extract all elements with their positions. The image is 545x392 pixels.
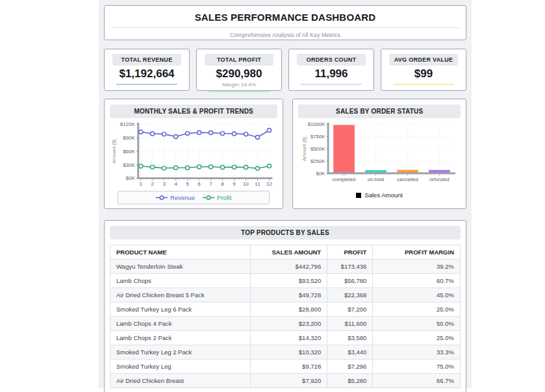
svg-text:8: 8 — [221, 181, 224, 187]
revenue-data-point[interactable] — [267, 129, 271, 132]
product-name-cell: Lamb Chops 4 Pack — [110, 317, 251, 331]
top-products-table-card: TOP PRODUCTS BY SALES PRODUCT NAMESALES … — [104, 220, 466, 392]
svg-text:$90K: $90K — [123, 135, 135, 141]
profit-data-point[interactable] — [174, 165, 178, 169]
profit-data-point[interactable] — [197, 165, 201, 169]
svg-text:11: 11 — [255, 181, 260, 187]
table-row: Smoked Turkey Leg 6 Pack$28,800$7,20025.… — [110, 302, 461, 317]
table-row: Lamb Chops 4 Pack$23,200$11,60050.0% — [110, 317, 461, 331]
svg-text:2: 2 — [151, 181, 153, 187]
column-header: SALES AMOUNT — [250, 245, 327, 260]
profit-data-point[interactable] — [255, 166, 259, 170]
kpi-value: $99 — [387, 68, 461, 80]
table-title: TOP PRODUCTS BY SALES — [110, 226, 461, 239]
profit-data-point[interactable] — [209, 165, 212, 169]
kpi-card-total-profit: TOTAL PROFIT $290,980 Margin: 24.4% — [196, 49, 282, 91]
product-name-cell: Smoked Turkey Leg — [110, 360, 251, 374]
profit-data-point[interactable] — [186, 165, 190, 169]
svg-text:5: 5 — [186, 181, 189, 187]
profit-data-point[interactable] — [151, 165, 155, 169]
profit-data-point[interactable] — [232, 165, 236, 169]
kpi-note: Margin: 24.4% — [202, 82, 276, 88]
svg-text:$750K: $750K — [311, 134, 325, 140]
table-row: Air Dried Chicken Breast 5 Pack$49,728$2… — [110, 288, 461, 302]
table-row: Lamb Chops$93,520$56,78060.7% — [110, 274, 461, 288]
value-cell: 75.0% — [373, 360, 461, 374]
svg-text:4: 4 — [174, 181, 177, 187]
kpi-accent-line — [116, 84, 177, 85]
svg-text:completed: completed — [333, 177, 355, 182]
legend-label: Profit — [217, 194, 231, 201]
line-chart-card: MONTHLY SALES & PROFIT TRENDS $0K$30K$60… — [104, 99, 283, 209]
revenue-data-point[interactable] — [162, 132, 166, 136]
svg-text:10: 10 — [243, 181, 249, 187]
legend-item-revenue[interactable]: Revenue — [156, 194, 195, 201]
profit-data-point[interactable] — [139, 164, 143, 168]
product-name-cell: Air Dried Chicken Breast 5 Pack — [110, 288, 251, 302]
value-cell: $3,440 — [327, 345, 373, 360]
monthly-trends-line-chart[interactable]: $0K$30K$60K$90K$120K123456789101112Amoun… — [110, 121, 277, 190]
revenue-data-point[interactable] — [151, 132, 155, 136]
value-cell: $7,920 — [250, 374, 327, 388]
kpi-value: 11,996 — [294, 68, 368, 80]
kpi-card-orders-count: ORDERS COUNT 11,996 — [288, 49, 374, 91]
bar-legend-label: Sales Amount — [364, 191, 403, 199]
svg-text:9: 9 — [233, 181, 235, 187]
revenue-data-point[interactable] — [186, 132, 190, 136]
value-cell: $14,320 — [250, 331, 327, 345]
kpi-accent-line — [301, 84, 362, 85]
revenue-data-point[interactable] — [220, 132, 224, 136]
svg-text:$500K: $500K — [311, 146, 325, 152]
value-cell: $10,320 — [250, 345, 327, 360]
profit-data-point[interactable] — [244, 165, 247, 169]
revenue-data-point[interactable] — [232, 132, 236, 136]
product-name-cell: Smoked Turkey Leg 6 Pack — [110, 302, 251, 317]
profit-data-point[interactable] — [220, 165, 224, 169]
table-row: Air Dried Chicken Breast$7,920$5,28066.7… — [110, 374, 461, 388]
legend-swatch-icon — [356, 193, 361, 198]
charts-row: MONTHLY SALES & PROFIT TRENDS $0K$30K$60… — [104, 99, 466, 209]
value-cell: $173,436 — [327, 260, 373, 274]
product-name-cell: Smoked Turkey Leg 2 Pack — [110, 345, 251, 360]
column-header: PRODUCT NAME — [110, 245, 251, 260]
value-cell: 66.7% — [373, 374, 461, 388]
kpi-card-total-revenue: TOTAL REVENUE $1,192,664 — [104, 49, 190, 91]
revenue-data-point[interactable] — [197, 130, 201, 134]
table-row: Smoked Turkey Leg 2 Pack$10,320$3,44033.… — [110, 345, 461, 360]
bar-completed[interactable] — [334, 125, 355, 173]
svg-text:1: 1 — [139, 181, 142, 187]
value-cell: $56,780 — [327, 274, 373, 288]
value-cell: $23,200 — [250, 317, 327, 331]
svg-text:$0K: $0K — [316, 171, 326, 177]
value-cell: 45.0% — [373, 288, 461, 302]
svg-text:$0K: $0K — [126, 175, 136, 181]
kpi-value: $1,192,664 — [110, 68, 184, 80]
revenue-data-point[interactable] — [139, 130, 143, 134]
value-cell: $5,280 — [327, 374, 373, 388]
column-header: PROFIT MARGIN — [373, 245, 461, 260]
product-name-cell: Lamb Chops — [110, 274, 251, 288]
page: SALES PERFORMANCE DASHBOARD Comprehensiv… — [0, 0, 545, 392]
bar-chart-legend[interactable]: Sales Amount — [298, 191, 461, 199]
order-status-bar-chart[interactable]: $0K$250K$500K$750K$1000Kcompletedon-hold… — [298, 121, 461, 190]
profit-data-point[interactable] — [267, 164, 271, 168]
revenue-data-point[interactable] — [244, 132, 247, 136]
product-name-cell: Air Dried Chicken Breast — [110, 374, 251, 388]
value-cell: $442,796 — [250, 260, 327, 274]
kpi-accent-line — [393, 84, 454, 85]
profit-data-point[interactable] — [162, 166, 166, 170]
kpi-label: TOTAL PROFIT — [205, 54, 273, 66]
product-name-cell: Wagyu Tenderloin Steak — [110, 260, 251, 274]
value-cell: 39.2% — [373, 260, 461, 274]
revenue-data-point[interactable] — [255, 135, 259, 139]
bar-chart-title: SALES BY ORDER STATUS — [298, 104, 461, 118]
revenue-data-point[interactable] — [209, 131, 212, 135]
profit-legend-marker-icon — [203, 195, 214, 201]
svg-text:cancelled: cancelled — [398, 177, 418, 182]
legend-label: Revenue — [170, 194, 195, 201]
revenue-data-point[interactable] — [174, 134, 178, 138]
svg-text:on-hold: on-hold — [368, 177, 385, 182]
bar-chart-card: SALES BY ORDER STATUS $0K$250K$500K$750K… — [292, 99, 466, 209]
kpi-label: AVG ORDER VALUE — [389, 54, 458, 66]
legend-item-profit[interactable]: Profit — [203, 194, 231, 201]
